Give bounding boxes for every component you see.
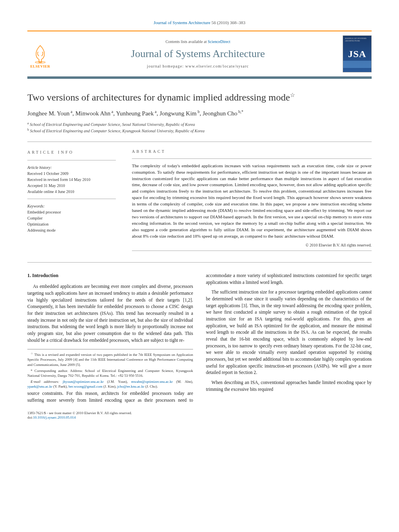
email-0[interactable]: jhyoun@optimizer.snu.ac.kr (63, 380, 104, 384)
mast-homepage-prefix: journal homepage: (147, 64, 185, 68)
email-1[interactable]: mwahn@optimizer.snu.ac.kr (131, 380, 173, 384)
cover-band (343, 61, 371, 68)
emails-label: E-mail addresses: (31, 380, 63, 384)
article-info-heading: ARTICLE INFO (27, 149, 116, 155)
mast-contents-line: Contents lists available at ScienceDirec… (61, 39, 335, 44)
masthead: ELSEVIER Contents lists available at Sci… (27, 31, 372, 79)
bottom-matter: 1383-7621/$ - see front matter © 2010 El… (27, 411, 372, 420)
cover-small-text: JOURNAL OF SYSTEMS ARCHITECTURE (345, 37, 370, 42)
title-footnote-star: ☆ (290, 92, 295, 98)
history-label: Article history: (27, 164, 116, 170)
mast-homepage-url[interactable]: www.elsevier.com/locate/sysarc (185, 64, 249, 68)
article-title: Two versions of architectures for dynami… (27, 92, 372, 103)
author-3: Yunheung Paek (116, 110, 154, 117)
body-p4: When describing an ISA, conventional app… (206, 379, 372, 392)
email-4[interactable]: jcho@ee.knu.ac.kr (117, 384, 144, 388)
body-p1: As embedded applications are becoming ev… (27, 283, 193, 343)
keyword-0: Embedded processor (27, 209, 116, 215)
keyword-3: Addressing mode (27, 227, 116, 233)
elsevier-tree-icon (30, 43, 51, 64)
keywords-label: Keywords: (27, 203, 116, 209)
footnotes-block: ☆ This is a revised and expanded version… (27, 349, 193, 389)
doi-prefix: doi: (27, 415, 33, 419)
front-matter-line: 1383-7621/$ - see front matter © 2010 El… (27, 411, 372, 416)
top-citation: Journal of Systems Architecture 56 (2010… (27, 20, 372, 25)
top-citation-vol: 56 (2010) 368–383 (210, 20, 245, 25)
sciencedirect-link[interactable]: ScienceDirect (208, 39, 230, 44)
author-1: Jonghee M. Youn (27, 110, 70, 117)
affil-b: b School of Electrical Engineering and C… (27, 127, 372, 134)
author-5: Jeonghun Cho (203, 110, 237, 117)
mast-center: Contents lists available at ScienceDirec… (61, 39, 335, 68)
keyword-2: Optimization (27, 221, 116, 227)
mast-journal-name: Journal of Systems Architecture (61, 48, 335, 60)
elsevier-logo: ELSEVIER (27, 39, 53, 68)
doi-line: doi:10.1016/j.sysarc.2010.05.014 (27, 415, 372, 420)
footnote-corresponding: * Corresponding author. Address: School … (27, 368, 193, 378)
section-divider (27, 262, 372, 263)
author-2-aff: a (111, 109, 113, 114)
history-accepted: Accepted 31 May 2010 (27, 183, 116, 189)
cover-jsa-text: JSA (348, 49, 366, 60)
keyword-1: Compiler (27, 215, 116, 221)
article-info-column: ARTICLE INFO Article history: Received 1… (27, 149, 116, 251)
doi-link[interactable]: 10.1016/j.sysarc.2010.05.014 (33, 415, 76, 419)
section-1-heading: 1. Introduction (27, 272, 193, 279)
affil-a: a School of Electrical Engineering and C… (27, 121, 372, 127)
author-1-aff: a (70, 109, 72, 114)
email-3[interactable]: ber.woong@gmail.com (68, 384, 102, 388)
elsevier-logo-text: ELSEVIER (30, 64, 50, 68)
footnote-star: ☆ This is a revised and expanded version… (27, 352, 193, 367)
author-4-aff: b (197, 109, 200, 114)
abstract-copyright: © 2010 Elsevier B.V. All rights reserved… (132, 243, 372, 247)
author-3-aff: a (154, 109, 156, 114)
author-5-aff: b, (237, 109, 241, 114)
body-columns: 1. Introduction As embedded applications… (27, 272, 372, 404)
mast-contents-prefix: Contents lists available at (165, 39, 208, 44)
author-2: Minwook Ahn (75, 110, 110, 117)
title-text: Two versions of architectures for dynami… (27, 92, 290, 103)
footnote-emails: E-mail addresses: jhyoun@optimizer.snu.a… (27, 379, 193, 389)
corresponding-star: * (241, 109, 243, 114)
abstract-column: ABSTRACT The complexity of today's embed… (132, 149, 372, 251)
top-citation-journal-link[interactable]: Journal of Systems Architecture (154, 20, 210, 25)
email-2[interactable]: ypaek@snu.ac.kr (27, 384, 52, 388)
history-received: Received 1 October 2009 (27, 170, 116, 177)
author-list: Jonghee M. Youn a, Minwook Ahn a, Yunheu… (27, 109, 372, 117)
abstract-text: The complexity of today's embedded appli… (132, 163, 372, 240)
author-4: Jongwung Kim (160, 110, 197, 117)
journal-cover-thumbnail: JOURNAL OF SYSTEMS ARCHITECTURE JSA (343, 35, 372, 72)
abstract-heading: ABSTRACT (132, 149, 372, 154)
meta-row: ARTICLE INFO Article history: Received 1… (27, 142, 372, 251)
affiliations: a School of Electrical Engineering and C… (27, 121, 372, 134)
history-revised: Received in revised form 14 May 2010 (27, 177, 116, 183)
body-p3: The sufficient instruction size for a pr… (206, 289, 372, 376)
mast-homepage: journal homepage: www.elsevier.com/locat… (61, 64, 335, 68)
history-online: Available online 4 June 2010 (27, 189, 116, 195)
